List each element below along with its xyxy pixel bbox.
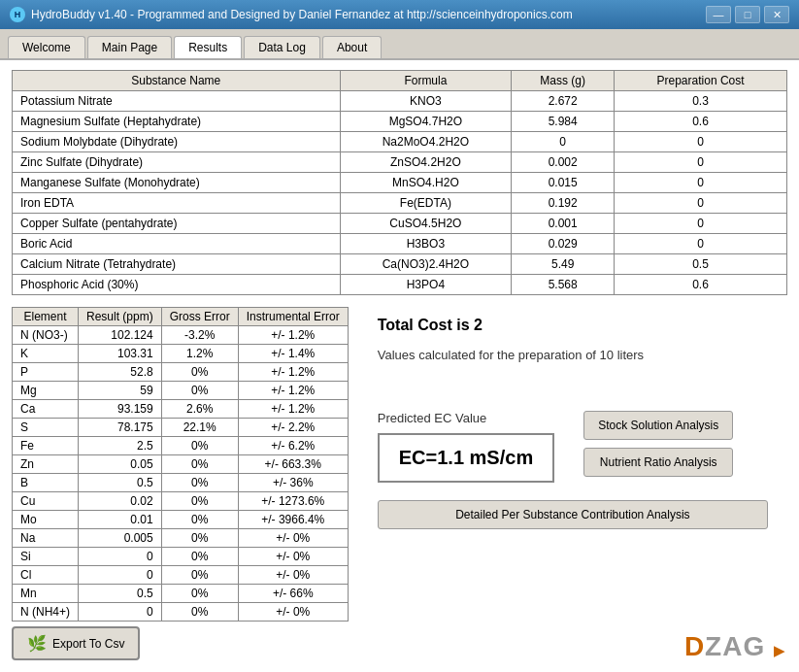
logo-rest: ZAG — [705, 631, 765, 661]
table-row: Potassium NitrateKNO32.6720.3 — [13, 91, 787, 112]
element-row: Mn0.50%+/- 66% — [13, 585, 349, 603]
element-col-instrumental: Instrumental Error — [238, 308, 348, 326]
export-area: 🌿 Export To Csv — [12, 626, 140, 660]
element-row: Ca93.1592.6%+/- 1.2% — [13, 400, 349, 419]
col-cost: Preparation Cost — [615, 71, 787, 91]
element-col-element: Element — [13, 308, 79, 326]
window-controls[interactable]: — □ ✕ — [706, 6, 789, 23]
minimize-button[interactable]: — — [706, 6, 731, 23]
element-row: Na0.0050%+/- 0% — [13, 529, 349, 548]
plant-icon: 🌿 — [27, 634, 47, 653]
col-mass: Mass (g) — [512, 71, 615, 91]
element-row: Mg590%+/- 1.2% — [13, 382, 349, 400]
ec-and-buttons-row: Predicted EC Value EC=1.1 mS/cm Stock So… — [378, 411, 768, 483]
table-row: Manganese Sulfate (Monohydrate)MnSO4.H2O… — [13, 173, 787, 193]
logo-symbol: ▶ — [774, 643, 785, 658]
element-row: Zn0.050%+/- 663.3% — [13, 455, 349, 474]
table-row: Magnesium Sulfate (Heptahydrate)MgSO4.7H… — [13, 112, 787, 132]
tab-about[interactable]: About — [322, 36, 382, 58]
element-row: N (NH4+)00%+/- 0% — [13, 603, 349, 622]
element-table: Element Result (ppm) Gross Error Instrum… — [12, 307, 349, 622]
close-button[interactable]: ✕ — [764, 6, 789, 23]
title-bar-left: H HydroBuddy v1.40 - Programmed and Desi… — [10, 7, 573, 22]
tab-results[interactable]: Results — [174, 36, 242, 58]
table-row: Zinc Sulfate (Dihydrate)ZnSO4.2H2O0.0020 — [13, 152, 787, 173]
element-row: P52.80%+/- 1.2% — [13, 363, 349, 382]
col-formula: Formula — [340, 71, 512, 91]
col-substance-name: Substance Name — [13, 71, 341, 91]
tab-data-log[interactable]: Data Log — [244, 36, 320, 58]
table-row: Copper Sulfate (pentahydrate)CuSO4.5H2O0… — [13, 214, 787, 234]
maximize-button[interactable]: □ — [735, 6, 760, 23]
predicted-ec-label: Predicted EC Value — [378, 411, 554, 425]
detailed-analysis-button[interactable]: Detailed Per Substance Contribution Anal… — [378, 500, 768, 529]
export-csv-button[interactable]: 🌿 Export To Csv — [12, 626, 140, 660]
element-row: S78.17522.1%+/- 2.2% — [13, 419, 349, 437]
stock-solution-button[interactable]: Stock Solution Analysis — [583, 411, 733, 440]
element-row: Cl00%+/- 0% — [13, 566, 349, 585]
table-row: Calcium Nitrate (Tetrahydrate)Ca(NO3)2.4… — [13, 254, 787, 275]
app-icon: H — [10, 7, 25, 22]
action-buttons: Stock Solution Analysis Nutrient Ratio A… — [583, 411, 733, 477]
element-row: N (NO3-)102.124-3.2%+/- 1.2% — [13, 326, 349, 345]
tab-bar: Welcome Main Page Results Data Log About — [0, 29, 799, 60]
table-row: Sodium Molybdate (Dihydrate)Na2MoO4.2H2O… — [13, 132, 787, 152]
title-bar: H HydroBuddy v1.40 - Programmed and Desi… — [0, 0, 799, 29]
element-row: K103.311.2%+/- 1.4% — [13, 345, 349, 363]
total-cost: Total Cost is 2 — [378, 317, 768, 334]
nutrient-ratio-button[interactable]: Nutrient Ratio Analysis — [583, 448, 733, 477]
logo-d: D — [684, 631, 705, 661]
element-col-gross: Gross Error — [161, 308, 238, 326]
table-row: Iron EDTAFe(EDTA)0.1920 — [13, 193, 787, 214]
bottom-section: Element Result (ppm) Gross Error Instrum… — [12, 307, 787, 622]
ec-section: Predicted EC Value EC=1.1 mS/cm — [378, 411, 554, 483]
ec-value: EC=1.1 mS/cm — [378, 433, 554, 483]
element-row: B0.50%+/- 36% — [13, 474, 349, 492]
values-text: Values calculated for the preparation of… — [378, 348, 768, 362]
content-area: Substance Name Formula Mass (g) Preparat… — [0, 60, 799, 672]
tab-welcome[interactable]: Welcome — [8, 36, 85, 58]
table-row: Phosphoric Acid (30%)H3PO45.5680.6 — [13, 275, 787, 295]
export-label: Export To Csv — [52, 637, 124, 651]
table-row: Boric AcidH3BO30.0290 — [13, 234, 787, 254]
element-row: Cu0.020%+/- 1273.6% — [13, 492, 349, 511]
element-row: Fe2.50%+/- 6.2% — [13, 437, 349, 455]
right-panel: Total Cost is 2 Values calculated for th… — [358, 307, 787, 622]
logo: DZAG ▶ — [684, 631, 785, 662]
element-row: Si00%+/- 0% — [13, 548, 349, 566]
element-row: Mo0.010%+/- 3966.4% — [13, 511, 349, 529]
tab-main-page[interactable]: Main Page — [87, 36, 172, 58]
substance-table: Substance Name Formula Mass (g) Preparat… — [12, 70, 787, 295]
window-title: HydroBuddy v1.40 - Programmed and Design… — [31, 8, 573, 21]
element-col-result: Result (ppm) — [79, 308, 162, 326]
